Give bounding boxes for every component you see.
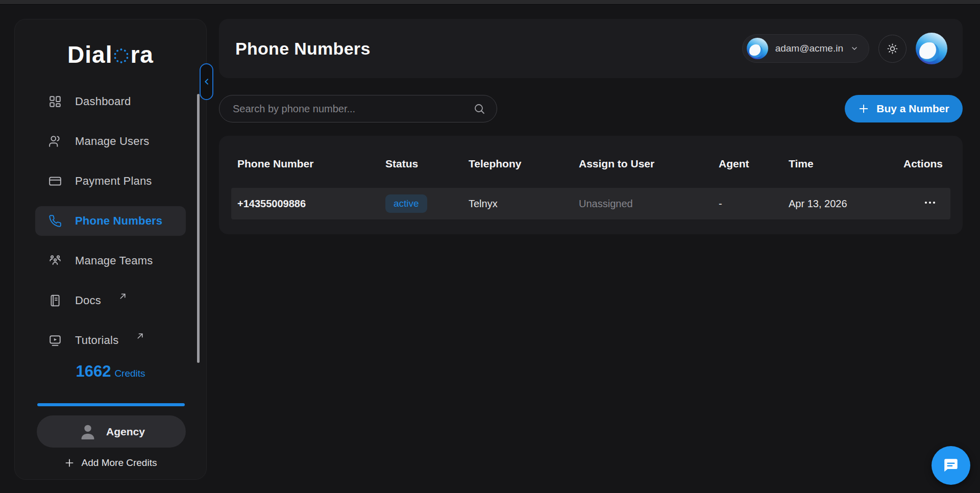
search-bar [219,95,497,122]
phone-numbers-table: Phone Number Status Telephony Assign to … [219,136,963,234]
cell-time: Apr 13, 2026 [782,198,897,210]
sidebar-item-docs[interactable]: Docs [35,286,186,315]
brand-logo: Dialra [15,41,206,68]
users-icon [48,135,62,148]
user-avatar [747,38,768,59]
brand-suffix: ra [130,41,153,68]
column-header-actions: Actions [897,158,956,170]
user-menu[interactable]: adam@acme.in [742,34,869,63]
buy-a-number-label: Buy a Number [876,103,949,115]
brand-dotted-o-icon [114,48,129,63]
add-more-credits-button[interactable]: Add More Credits [15,457,206,469]
sidebar-item-manage-users[interactable]: Manage Users [35,127,186,156]
sidebar-item-payment-plans[interactable]: Payment Plans [35,166,186,196]
credits-label: Credits [114,368,145,379]
chevron-down-icon [850,44,859,53]
sidebar-item-label: Tutorials [75,334,118,347]
header-actions: adam@acme.in [742,33,947,64]
column-header-phone-number: Phone Number [231,158,379,170]
chevron-left-icon [203,78,211,86]
table-header-row: Phone Number Status Telephony Assign to … [231,146,950,182]
cell-telephony: Telnyx [462,198,573,210]
page-title: Phone Numbers [235,39,371,59]
cell-actions [897,198,950,210]
chat-bubble-icon [942,457,960,474]
sidebar-item-phone-numbers[interactable]: Phone Numbers [35,206,186,236]
column-header-status: Status [379,158,462,170]
cell-assign-to-user: Unassigned [573,198,713,210]
column-header-agent: Agent [713,158,782,170]
row-actions-ellipsis-icon[interactable] [923,198,937,208]
tutorials-icon [48,334,62,347]
profile-avatar[interactable] [916,33,947,64]
sidebar-nav: Dashboard Manage Users Payment Plans Pho… [15,87,206,355]
credits-amount: 1662 [76,362,111,380]
sidebar-item-label: Dashboard [75,95,131,108]
sidebar-item-label: Phone Numbers [75,214,162,228]
status-badge: active [385,194,427,213]
external-link-icon [118,292,127,301]
dashboard-icon [48,95,62,108]
brand-prefix: Dial [67,41,112,68]
sidebar-item-label: Payment Plans [75,175,152,188]
sidebar-collapse-toggle[interactable] [200,63,213,100]
person-icon [78,422,98,442]
top-strip [0,0,980,5]
credits-summary: 1662Credits [15,362,206,381]
page-header: Phone Numbers adam@acme.in [219,19,963,78]
search-icon[interactable] [473,103,485,115]
sidebar-item-label: Docs [75,294,101,307]
teams-icon [48,254,62,267]
column-header-assign-to-user: Assign to User [573,158,713,170]
sidebar-item-label: Manage Teams [75,254,153,267]
sidebar-scrollbar[interactable] [197,94,200,363]
search-input[interactable] [233,103,473,115]
plus-icon [64,458,75,468]
user-email: adam@acme.in [775,43,843,54]
credit-card-icon [48,175,62,188]
sidebar-item-dashboard[interactable]: Dashboard [35,87,186,116]
credits-progress-bar [37,403,185,406]
sidebar-item-tutorials[interactable]: Tutorials [35,326,186,355]
cell-phone-number: +14355009886 [231,198,379,210]
sun-icon [887,43,898,55]
chat-widget-button[interactable] [932,446,970,485]
plus-icon [858,103,869,114]
app-root: Dialra Dashboard Manage Users Payment Pl… [0,0,980,493]
cell-agent: - [713,198,782,210]
cell-status: active [379,194,462,213]
theme-toggle-button[interactable] [878,35,906,63]
agency-button[interactable]: Agency [37,415,186,448]
column-header-telephony: Telephony [462,158,573,170]
docs-icon [48,294,62,307]
sidebar-item-manage-teams[interactable]: Manage Teams [35,246,186,276]
table-row: +14355009886 active Telnyx Unassigned - … [231,188,950,219]
add-more-credits-label: Add More Credits [82,457,157,469]
agency-label: Agency [106,426,145,438]
sidebar: Dialra Dashboard Manage Users Payment Pl… [14,19,207,480]
phone-icon [48,214,62,228]
column-header-time: Time [782,158,897,170]
external-link-icon [136,332,144,340]
sidebar-item-label: Manage Users [75,135,149,148]
buy-a-number-button[interactable]: Buy a Number [845,95,963,122]
